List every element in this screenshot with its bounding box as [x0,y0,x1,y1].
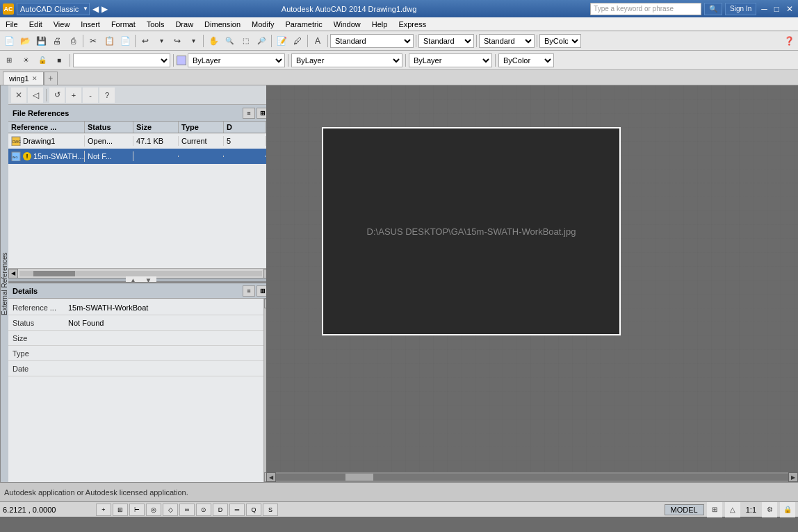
sc-btn[interactable]: S [263,504,278,516]
qp-btn[interactable]: Q [246,504,261,516]
col-status[interactable]: Status [85,122,133,133]
canvas-hscroll[interactable]: ◀ ▶ [266,472,798,482]
hscroll-thumb[interactable] [33,271,75,276]
text-style-dropdown[interactable]: Standard [330,34,414,48]
viewport-btn[interactable]: ⊞ [707,502,722,517]
col-type[interactable]: Type [179,122,224,133]
hscroll-track[interactable] [19,271,262,276]
menu-window[interactable]: Window [328,17,366,31]
polar-btn[interactable]: ◎ [146,504,161,516]
open-btn[interactable]: 📂 [17,33,33,49]
matchprop-btn[interactable]: 🖊 [290,33,305,49]
annotation-scale-btn[interactable]: △ [725,502,740,517]
app-dropdown[interactable]: AutoCAD Classic [17,3,90,15]
palette-close-btn[interactable]: ✕ [11,88,26,103]
zoom-prev-btn[interactable]: 🔎 [254,33,269,49]
plot-preview-btn[interactable]: ⎙ [65,33,81,49]
menu-dimension[interactable]: Dimension [199,17,246,31]
redo-btn[interactable]: ↪ [170,33,185,49]
palette-refresh-btn[interactable]: ↺ [49,88,65,103]
model-tab[interactable]: MODEL [665,504,704,515]
nav-forward-icon[interactable]: ▶ [101,4,108,14]
save-btn[interactable]: 💾 [33,33,49,49]
hscroll-left-btn[interactable]: ◀ [8,269,18,279]
plot-btn[interactable]: 🖨 [49,33,65,49]
workspace-btn[interactable]: ⚙ [762,502,777,517]
layer-select-dropdown[interactable] [73,53,170,67]
menu-edit[interactable]: Edit [24,17,48,31]
table-style-dropdown[interactable]: Standard [479,34,535,48]
grid-btn[interactable]: ⊞ [113,504,128,516]
ref-row-swath[interactable]: IMG ! 15m-SWATH... Not F... [8,149,273,164]
menu-insert[interactable]: Insert [75,17,106,31]
ortho-btn[interactable]: ⊢ [129,504,145,516]
pan-btn[interactable]: ✋ [206,33,221,49]
ducs-btn[interactable]: ⊙ [196,504,211,516]
new-tab-button[interactable]: + [44,72,58,85]
copy-btn[interactable]: 📋 [101,33,117,49]
tab-close-icon[interactable]: ✕ [32,75,38,82]
linetype-dropdown[interactable]: ByLayer [291,53,402,67]
undo-btn[interactable]: ↩ [138,33,153,49]
ref-row-drawing1[interactable]: DWG Drawing1 Open... 47.1 KB Current 5 [8,133,273,149]
col-size[interactable]: Size [133,122,179,133]
menu-tools[interactable]: Tools [141,17,170,31]
canvas-hscroll-left-btn[interactable]: ◀ [266,472,276,482]
dyn-btn[interactable]: D [213,504,228,516]
menu-help[interactable]: Help [366,17,393,31]
otrack-btn[interactable]: ∞ [179,504,195,516]
dim-style-dropdown[interactable]: Standard [418,34,474,48]
new-btn[interactable]: 📄 [1,33,17,49]
text-style-btn[interactable]: A [310,33,325,49]
menu-view[interactable]: View [48,17,76,31]
external-references-sidebar[interactable]: External References [0,85,8,482]
snap-btn[interactable]: + [96,504,111,516]
layer-color-btn[interactable]: ■ [51,53,67,68]
canvas-hscroll-right-btn[interactable]: ▶ [788,472,798,482]
sign-in-button[interactable]: Sign In [725,3,756,15]
palette-attach-btn[interactable]: + [66,88,81,103]
layer-props-btn[interactable]: ⊞ [1,53,17,68]
search-box[interactable]: Type a keyword or phrase [590,3,701,15]
app-dropdown-wrapper[interactable]: AutoCAD Classic ▼ [17,3,90,15]
zoom-realtime-btn[interactable]: 🔍 [222,33,237,49]
col-reference[interactable]: Reference ... [8,122,85,133]
autocad-viewport[interactable]: D:\ASUS DESKTOP\GA\15m-SWATH-WorkBoat.jp… [266,85,798,472]
lweight-btn[interactable]: ═ [229,504,245,516]
zoom-window-btn[interactable]: ⬚ [238,33,253,49]
nav-back-icon[interactable]: ◀ [92,4,99,14]
lineweight-dropdown[interactable]: ByLayer [409,53,492,67]
layer-freeze-btn[interactable]: ☀ [18,53,33,68]
layer-lock-btn[interactable]: 🔓 [35,53,50,68]
minimize-button[interactable]: ─ [759,4,770,14]
palette-detach-btn[interactable]: - [83,88,98,103]
plotstyle-dropdown[interactable]: ByColor [498,53,554,67]
undo-arrow[interactable]: ▾ [154,33,169,49]
palette-pin-btn[interactable]: ◁ [28,88,43,103]
menu-draw[interactable]: Draw [170,17,199,31]
color-swatch[interactable] [177,56,186,65]
cut-btn[interactable]: ✂ [86,33,101,49]
palette-help-btn[interactable]: ? [99,88,115,103]
col-date[interactable]: D [224,122,266,133]
menu-express[interactable]: Express [393,17,432,31]
paste-btn[interactable]: 📄 [117,33,133,49]
redo-arrow[interactable]: ▾ [186,33,201,49]
maximize-button[interactable]: □ [772,4,781,14]
color-dropdown[interactable]: ByLayer [188,53,285,67]
details-list-btn[interactable]: ≡ [243,285,255,297]
menu-format[interactable]: Format [106,17,141,31]
lock-btn[interactable]: 🔒 [780,502,795,517]
menu-file[interactable]: File [0,17,24,31]
osnap-btn[interactable]: ◇ [163,504,178,516]
file-ref-list-view-btn[interactable]: ≡ [243,108,255,119]
search-icon-btn[interactable]: 🔍 [704,3,722,15]
properties-btn[interactable]: 📝 [274,33,289,49]
menu-parametric[interactable]: Parametric [279,17,327,31]
canvas-hscroll-thumb[interactable] [345,474,373,481]
menu-modify[interactable]: Modify [246,17,279,31]
close-button[interactable]: ✕ [784,4,795,14]
bycolor-dropdown[interactable]: ByColor [539,34,581,48]
help-btn[interactable]: ❓ [781,33,797,49]
tab-drawing1[interactable]: wing1 ✕ [3,72,44,85]
